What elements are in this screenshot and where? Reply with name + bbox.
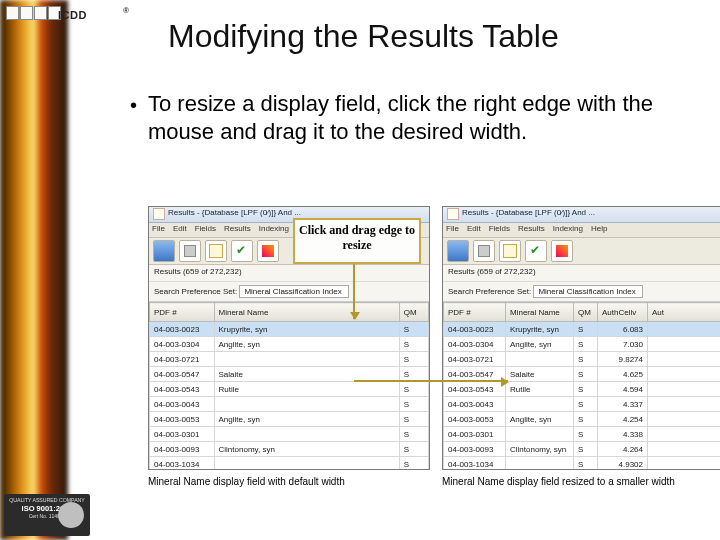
search-pref-row: Search Preference Set: Mineral Classific… — [149, 282, 429, 302]
chart-button[interactable] — [257, 240, 279, 262]
print-button[interactable] — [179, 240, 201, 262]
search-pref-select[interactable]: Mineral Classification Index — [533, 285, 643, 298]
bullet-text: To resize a display field, click the rig… — [148, 91, 653, 144]
column-header[interactable]: Mineral Name — [214, 303, 399, 322]
menu-item-indexing[interactable]: Indexing — [259, 224, 289, 233]
caption-after: Mineral Name display field resized to a … — [442, 476, 675, 487]
slide-root: ICDD ® QUALITY ASSURED COMPANY ISO 9001:… — [0, 0, 720, 540]
arrow-down-icon — [353, 263, 355, 319]
arrow-right-icon — [354, 380, 508, 382]
column-header[interactable]: AuthCellv — [598, 303, 648, 322]
menu-item-edit[interactable]: Edit — [467, 224, 481, 233]
app-icon — [153, 208, 165, 220]
results-grid[interactable]: PDF #Mineral NameQM 04-003-0023Krupyrite… — [149, 302, 429, 470]
menu-item-file[interactable]: File — [446, 224, 459, 233]
window-titlebar[interactable]: Results - {Database [LPF (0⁄)]} And ... — [443, 207, 720, 223]
search-pref-label: Search Preference Set: — [448, 287, 531, 296]
search-pref-select[interactable]: Mineral Classification Index — [239, 285, 349, 298]
table-row[interactable]: 04-003-0301S4.338 — [444, 427, 721, 442]
table-row[interactable]: 04-003-0053Anglite, synS — [150, 412, 429, 427]
window-title-text: Results - {Database [LPF (0⁄)]} And ... — [168, 208, 301, 217]
app-icon — [447, 208, 459, 220]
table-row[interactable]: 04-003-0093Clintonomy, synS — [150, 442, 429, 457]
caption-before: Mineral Name display field with default … — [148, 476, 345, 487]
table-row[interactable]: 04-003-0304Anglite, synS7.030 — [444, 337, 721, 352]
slide-bullet: • To resize a display field, click the r… — [148, 90, 678, 145]
table-row[interactable]: 04-003-0543RutileS4.594 — [444, 382, 721, 397]
results-count: Results (659 of 272,232) — [149, 265, 429, 282]
slide-title: Modifying the Results Table — [168, 18, 559, 55]
table-row[interactable]: 04-003-0043S — [150, 397, 429, 412]
column-header[interactable]: QM — [574, 303, 598, 322]
menu-item-results[interactable]: Results — [518, 224, 545, 233]
check-button[interactable] — [525, 240, 547, 262]
column-header[interactable]: PDF # — [444, 303, 506, 322]
column-header[interactable]: Aut — [648, 303, 721, 322]
table-row[interactable]: 04-003-1034S4.9302 — [444, 457, 721, 471]
table-row[interactable]: 04-003-0543RutileS — [150, 382, 429, 397]
table-row[interactable]: 04-003-0023Krupyrite, synS6.083 — [444, 322, 721, 337]
window-title-text: Results - {Database [LPF (0⁄)]} And ... — [462, 208, 595, 217]
table-row[interactable]: 04-003-0053Anglite, synS4.254 — [444, 412, 721, 427]
save-button[interactable] — [447, 240, 469, 262]
check-button[interactable] — [231, 240, 253, 262]
table-row[interactable]: 04-003-0721S — [150, 352, 429, 367]
screenshot-after: Results - {Database [LPF (0⁄)]} And ... … — [442, 206, 720, 470]
column-header[interactable]: QM — [399, 303, 428, 322]
results-grid[interactable]: PDF #Mineral NameQMAuthCellvAut 04-003-0… — [443, 302, 720, 470]
table-row[interactable]: 04-003-0301S — [150, 427, 429, 442]
search-pref-row: Search Preference Set: Mineral Classific… — [443, 282, 720, 302]
results-count: Results (659 of 272,232) — [443, 265, 720, 282]
quality-badge: QUALITY ASSURED COMPANY ISO 9001:2000 Ce… — [4, 494, 90, 536]
table-row[interactable]: 04-003-0304Anglite, synS — [150, 337, 429, 352]
menu-item-indexing[interactable]: Indexing — [553, 224, 583, 233]
menu-item-edit[interactable]: Edit — [173, 224, 187, 233]
menu-item-fields[interactable]: Fields — [195, 224, 216, 233]
sheet-button[interactable] — [205, 240, 227, 262]
table-row[interactable]: 04-003-0093Clintonomy, synS4.264 — [444, 442, 721, 457]
save-button[interactable] — [153, 240, 175, 262]
menu-item-file[interactable]: File — [152, 224, 165, 233]
icdd-logo: ICDD ® — [6, 6, 126, 28]
toolbar — [443, 238, 720, 265]
menu-item-help[interactable]: Help — [591, 224, 607, 233]
chart-button[interactable] — [551, 240, 573, 262]
table-row[interactable]: 04-003-0043S4.337 — [444, 397, 721, 412]
seal-icon — [58, 502, 84, 528]
column-header[interactable]: PDF # — [150, 303, 215, 322]
search-pref-label: Search Preference Set: — [154, 287, 237, 296]
menu-bar: FileEditFieldsResultsIndexingHelp — [443, 223, 720, 238]
decorative-band — [0, 0, 68, 540]
sheet-button[interactable] — [499, 240, 521, 262]
table-row[interactable]: 04-003-1034S — [150, 457, 429, 471]
print-button[interactable] — [473, 240, 495, 262]
menu-item-results[interactable]: Results — [224, 224, 251, 233]
resize-callout: Click and drag edge to resize — [293, 218, 421, 264]
table-row[interactable]: 04-003-0023Krupyrite, synS — [150, 322, 429, 337]
menu-item-fields[interactable]: Fields — [489, 224, 510, 233]
table-row[interactable]: 04-003-0721S9.8274 — [444, 352, 721, 367]
logo-text: ICDD — [58, 9, 87, 21]
column-header[interactable]: Mineral Name — [506, 303, 574, 322]
bullet-icon: • — [130, 93, 137, 118]
